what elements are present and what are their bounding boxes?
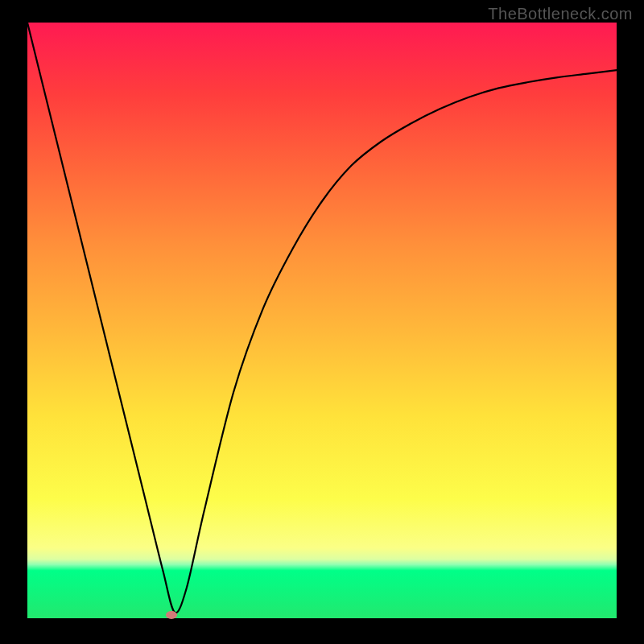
- chart-frame: TheBottleneck.com: [0, 0, 644, 644]
- chart-plot-area: [27, 23, 617, 618]
- bottleneck-curve: [27, 23, 617, 618]
- optimal-point-marker: [166, 611, 177, 619]
- watermark-text: TheBottleneck.com: [488, 5, 633, 23]
